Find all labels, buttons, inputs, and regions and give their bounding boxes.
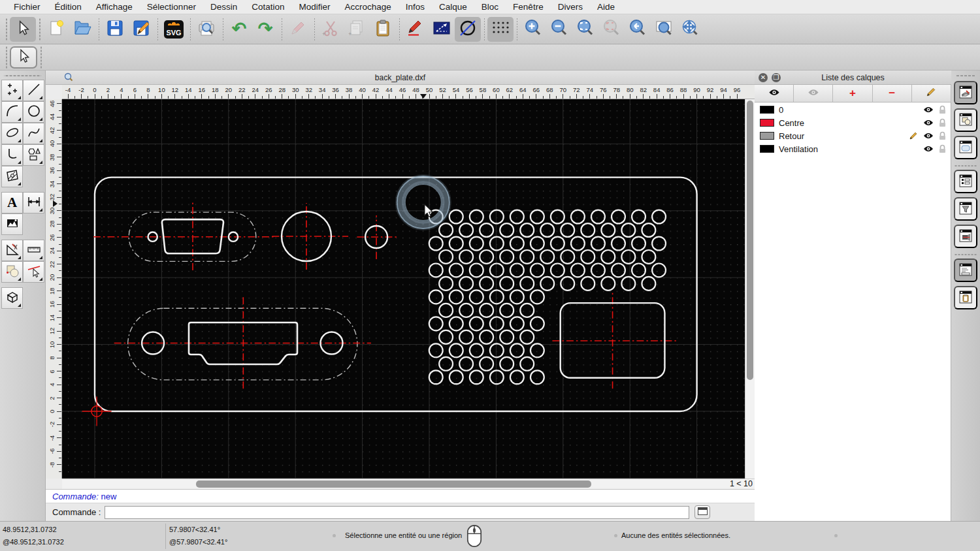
menu-item[interactable]: Sélectionner — [140, 2, 203, 12]
horizontal-scrollbar[interactable] — [62, 479, 725, 489]
save-as-button[interactable] — [128, 17, 154, 42]
menu-item[interactable]: Infos — [399, 2, 432, 12]
layer-row[interactable]: Centre — [755, 116, 951, 129]
application-window: FichierÉditionAffichageSélectionnerDessi… — [0, 0, 980, 551]
layer-row[interactable]: Retour — [755, 129, 951, 142]
close-icon[interactable]: ✕ — [759, 73, 768, 82]
undo-button[interactable]: ↶ — [226, 17, 252, 42]
menu-item[interactable]: Fichier — [7, 2, 48, 12]
text-tool-button[interactable]: A — [1, 192, 23, 213]
delete-button[interactable] — [285, 17, 311, 42]
remove-layer-button[interactable]: − — [873, 85, 912, 102]
drawing-canvas[interactable] — [62, 99, 745, 479]
snap-free-button[interactable] — [455, 17, 481, 42]
points-tool-button[interactable] — [1, 80, 23, 101]
layer-visibility-eye-icon[interactable] — [923, 145, 934, 153]
menu-item[interactable]: Aide — [590, 2, 622, 12]
select-tool-button[interactable] — [10, 17, 36, 42]
relative-zero-button[interactable] — [429, 17, 455, 42]
image-tool-button[interactable] — [1, 213, 23, 235]
spline-tool-button[interactable] — [23, 123, 44, 144]
vertical-scrollbar[interactable] — [745, 99, 755, 479]
menu-item[interactable]: Bloc — [474, 2, 506, 12]
menu-item[interactable]: Modifier — [291, 2, 337, 12]
zoom-selection-button[interactable] — [598, 17, 625, 42]
layer-lock-icon[interactable] — [939, 144, 946, 153]
menu-item[interactable]: Cotation — [244, 2, 291, 12]
layer-color-swatch[interactable] — [760, 132, 774, 140]
menu-item[interactable]: Édition — [48, 2, 89, 12]
horizontal-scrollbar-thumb[interactable] — [196, 480, 591, 488]
zoom-previous-button[interactable] — [625, 17, 651, 42]
layer-color-swatch[interactable] — [760, 145, 774, 153]
dock-library-browser-button[interactable] — [954, 136, 977, 159]
open-file-button[interactable] — [69, 17, 95, 42]
dock-clipboard-button[interactable] — [954, 286, 977, 309]
cut-button[interactable]: + — [318, 17, 344, 42]
views-3d-button[interactable] — [1, 287, 23, 309]
hide-all-layers-button[interactable] — [794, 85, 833, 102]
hatch-tool-button[interactable] — [1, 166, 23, 187]
polyline-tool-button[interactable] — [1, 144, 23, 166]
layer-visibility-eye-icon[interactable] — [923, 132, 934, 140]
dock-command-widget-button[interactable] — [954, 259, 977, 282]
ellipse-tool-button[interactable] — [1, 123, 23, 144]
menu-item[interactable]: Fenêtre — [506, 2, 551, 12]
new-document-button[interactable] — [43, 17, 69, 42]
zoom-auto-button[interactable] — [572, 17, 598, 42]
menu-item[interactable]: Affichage — [89, 2, 140, 12]
zoom-in-button[interactable] — [520, 17, 546, 42]
arc-tool-button[interactable] — [1, 101, 23, 123]
menu-item[interactable]: Divers — [551, 2, 590, 12]
svg-export-button[interactable]: SVG — [161, 17, 187, 42]
measure-tools-button[interactable] — [23, 240, 44, 261]
zoom-out-button[interactable] — [546, 17, 572, 42]
line-tool-button[interactable] — [23, 80, 44, 101]
dock-layer-list-button[interactable] — [954, 81, 977, 104]
command-window-toggle-button[interactable] — [694, 505, 710, 519]
copy-button[interactable]: + — [344, 17, 370, 42]
layer-visibility-eye-icon[interactable] — [923, 119, 934, 127]
dock-projection-button[interactable] — [954, 225, 977, 248]
dimension-tool-button[interactable] — [23, 192, 44, 213]
pan-button[interactable] — [677, 17, 703, 42]
command-input[interactable] — [105, 506, 689, 519]
block-tools-button[interactable] — [1, 261, 23, 283]
float-panel-icon[interactable]: ❐ — [772, 73, 781, 82]
layer-lock-icon[interactable] — [939, 118, 946, 127]
add-layer-button[interactable]: + — [833, 85, 872, 102]
menu-item[interactable]: Calque — [432, 2, 474, 12]
menu-item[interactable]: Accrochage — [337, 2, 398, 12]
toolbar-drag-handle — [4, 18, 8, 40]
paste-button[interactable] — [370, 17, 396, 42]
layer-visibility-eye-icon[interactable] — [923, 106, 934, 114]
vertical-scrollbar-thumb[interactable] — [747, 101, 753, 380]
shapes-tool-button[interactable] — [23, 144, 44, 166]
layer-row[interactable]: Ventilation — [755, 142, 951, 155]
circle-tool-button[interactable] — [23, 101, 44, 123]
layer-color-swatch[interactable] — [760, 106, 774, 114]
layer-lock-icon[interactable] — [939, 105, 946, 114]
arc-icon — [5, 104, 20, 120]
modify-tools-button[interactable] — [1, 240, 23, 261]
edit-layer-button[interactable] — [912, 85, 951, 102]
ruler-label: 44 — [382, 86, 397, 93]
menu-item[interactable]: Dessin — [203, 2, 244, 12]
print-preview-button[interactable] — [193, 17, 220, 42]
left-click-hint: Sélectionne une entité ou une région — [345, 531, 462, 539]
select-entities-button[interactable] — [23, 261, 44, 283]
show-all-layers-button[interactable] — [755, 85, 794, 102]
dock-entity-list-button[interactable] — [954, 170, 977, 193]
dock-block-list-button[interactable] — [954, 108, 977, 132]
edit-attributes-button[interactable] — [402, 17, 429, 42]
zoom-window-button[interactable] — [651, 17, 677, 42]
dock-filter-button[interactable] — [954, 197, 977, 221]
layer-row[interactable]: 0 — [755, 103, 951, 116]
layer-color-swatch[interactable] — [760, 119, 774, 127]
layer-lock-icon[interactable] — [939, 131, 946, 140]
document-titlebar[interactable]: back_plate.dxf — [46, 71, 755, 85]
redo-button[interactable]: ↷ — [252, 17, 278, 42]
grid-toggle-button[interactable] — [487, 17, 514, 42]
save-button[interactable] — [102, 17, 128, 42]
selection-pointer-button[interactable] — [10, 46, 37, 69]
